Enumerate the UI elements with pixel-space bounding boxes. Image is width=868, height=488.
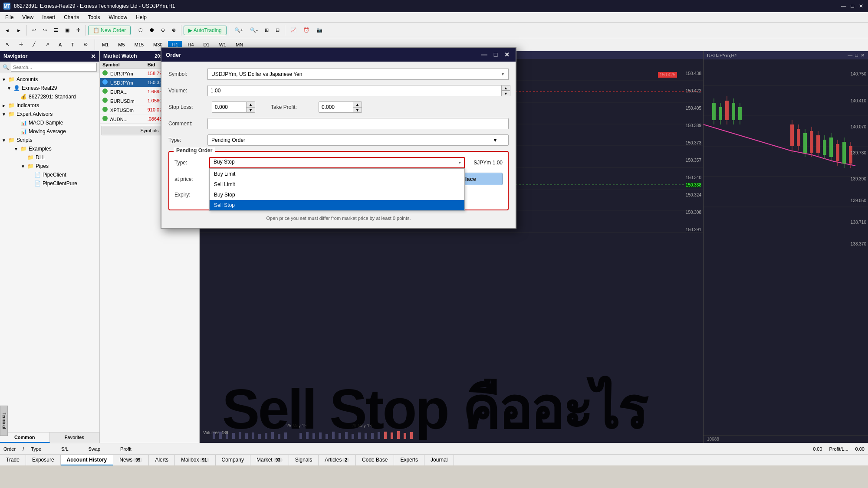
toolbar-redo[interactable]: ↪ [40, 24, 50, 36]
tree-pipeclient[interactable]: 📄 PipeClient [0, 170, 99, 179]
sl-down[interactable]: ▼ [247, 107, 255, 113]
toolbar-back[interactable]: ◄ [2, 24, 13, 36]
bottom-tab-alerts[interactable]: Alerts [149, 455, 175, 465]
tf-crosshair[interactable]: ✛ [15, 39, 27, 51]
exness-arrow[interactable]: ▼ [7, 86, 12, 91]
bottom-tab-signals[interactable]: Signals [289, 455, 319, 465]
tf-m15[interactable]: M15 [131, 41, 148, 49]
tp-input[interactable] [319, 102, 353, 113]
toolbar-forward[interactable]: ► [13, 24, 24, 36]
tp-up[interactable]: ▲ [353, 102, 362, 107]
pipes-arrow[interactable]: ▼ [21, 164, 26, 169]
option-sell-limit[interactable]: Sell Limit [210, 179, 464, 190]
pending-type-btn[interactable]: Buy Stop [209, 157, 465, 168]
dialog-minimize[interactable]: — [480, 50, 489, 59]
toolbar-zoom-out[interactable]: 🔍- [247, 24, 261, 36]
tf-m5[interactable]: M5 [114, 41, 128, 49]
toolbar-undo[interactable]: ↩ [29, 24, 39, 36]
menu-view[interactable]: View [19, 13, 37, 21]
sl-input[interactable] [212, 102, 247, 113]
nav-search-input[interactable] [11, 63, 97, 72]
volume-input[interactable] [207, 85, 502, 96]
ind-arrow[interactable]: ► [2, 103, 7, 108]
bottom-tab-trade[interactable]: Trade [0, 455, 26, 465]
bottom-tab-journal[interactable]: Journal [424, 455, 454, 465]
tf-label[interactable]: T [67, 39, 78, 51]
volume-down[interactable]: ▼ [502, 91, 510, 96]
menu-charts[interactable]: Charts [60, 13, 82, 21]
option-buy-limit[interactable]: Buy Limit [210, 169, 464, 179]
rc-maximize[interactable]: □ [855, 52, 858, 58]
comment-input[interactable] [207, 118, 509, 129]
tree-macd[interactable]: 📊 MACD Sample [0, 118, 99, 127]
toolbar-btn3[interactable]: ⊕ [158, 24, 168, 36]
tree-examples[interactable]: ▼ 📁 Examples [0, 144, 99, 153]
toolbar-clock[interactable]: ⏰ [300, 24, 312, 36]
bottom-tab-account-history[interactable]: Account History [61, 455, 114, 465]
sl-up[interactable]: ▲ [247, 102, 255, 107]
toolbar-chart-window[interactable]: ▣ [62, 24, 72, 36]
tree-scripts[interactable]: ▼ 📁 Scripts [0, 136, 99, 144]
bottom-tab-company[interactable]: Company [216, 455, 250, 465]
tree-ma[interactable]: 📊 Moving Average [0, 127, 99, 136]
toolbar-indicators[interactable]: 📈 [287, 24, 299, 36]
bottom-tab-mailbox[interactable]: Mailbox91 [175, 455, 215, 465]
toolbar-chart-shift[interactable]: ⊞ [262, 24, 272, 36]
menu-tools[interactable]: Tools [85, 13, 104, 21]
symbol-select[interactable]: USDJPYm, US Dollar vs Japanese Yen ▼ [207, 69, 509, 80]
menu-window[interactable]: Window [105, 13, 131, 21]
rc-close[interactable]: ✕ [861, 52, 865, 58]
tree-indicators[interactable]: ► 📁 Indicators [0, 101, 99, 110]
minimize-btn[interactable]: — [840, 3, 847, 10]
menu-insert[interactable]: Insert [39, 13, 59, 21]
right-chart-canvas[interactable]: 140.750 140.410 140.070 139.730 139.390 … [704, 59, 868, 435]
dialog-close[interactable]: ✕ [503, 50, 511, 59]
toolbar-btn1[interactable]: ⬡ [135, 24, 146, 36]
new-order-btn[interactable]: 📋 New Order [88, 26, 131, 35]
tab-favorites[interactable]: Favorites [50, 432, 100, 443]
bottom-tab-articles[interactable]: Articles2 [319, 455, 356, 465]
menu-file[interactable]: File [2, 13, 17, 21]
bottom-tab-experts[interactable]: Experts [394, 455, 424, 465]
volume-up[interactable]: ▲ [502, 85, 510, 91]
tree-accounts[interactable]: ▼ 📁 Accounts [0, 75, 99, 84]
tf-arrow[interactable]: ↗ [41, 39, 53, 51]
accounts-arrow[interactable]: ▼ [2, 77, 7, 82]
toolbar-zoom-in[interactable]: 🔍+ [231, 24, 246, 36]
tf-ellipse[interactable]: ⊙ [80, 39, 92, 51]
close-btn[interactable]: ✕ [858, 3, 865, 10]
toolbar-btn2[interactable]: ⬢ [147, 24, 157, 36]
tree-exness-real29[interactable]: ▼ 👤 Exness-Real29 [0, 84, 99, 92]
tree-pipes[interactable]: ▼ 📁 Pipes [0, 162, 99, 170]
examples-arrow[interactable]: ▼ [14, 147, 19, 151]
type-select[interactable]: Pending Order ▼ [207, 134, 509, 146]
tf-text[interactable]: A [55, 39, 66, 51]
scripts-arrow[interactable]: ▼ [2, 138, 7, 143]
tree-pipeclientpure[interactable]: 📄 PipeClientPure [0, 179, 99, 188]
ea-arrow[interactable]: ▼ [2, 112, 7, 117]
menu-help[interactable]: Help [132, 13, 150, 21]
tf-m1[interactable]: M1 [98, 41, 112, 49]
maximize-btn[interactable]: □ [849, 3, 856, 10]
rc-minimize[interactable]: — [848, 52, 852, 58]
toolbar-profiles[interactable]: ☰ [51, 24, 61, 36]
toolbar-btn4[interactable]: ⊗ [169, 24, 179, 36]
option-sell-stop[interactable]: Sell Stop [210, 200, 464, 210]
tree-experts[interactable]: ▼ 📁 Expert Advisors [0, 110, 99, 118]
bottom-tab-news[interactable]: News99 [113, 455, 149, 465]
terminal-vertical-tab[interactable]: Terminal [0, 406, 8, 436]
navigator-close[interactable]: ✕ [91, 53, 96, 60]
title-bar-controls[interactable]: — □ ✕ [840, 3, 865, 10]
bottom-tab-exposure[interactable]: Exposure [26, 455, 61, 465]
tf-cursor[interactable]: ↖ [2, 39, 13, 51]
autotrading-btn[interactable]: ▶ AutoTrading [184, 26, 227, 35]
toolbar-screenshots[interactable]: 📷 [313, 24, 326, 36]
option-buy-stop[interactable]: Buy Stop [210, 190, 464, 200]
bottom-tab-market[interactable]: Market93 [250, 455, 289, 465]
tf-line[interactable]: ╱ [29, 39, 39, 51]
bottom-tab-code-base[interactable]: Code Base [356, 455, 394, 465]
toolbar-period-sep[interactable]: ⊟ [273, 24, 283, 36]
tp-down[interactable]: ▼ [353, 107, 362, 113]
tree-dll[interactable]: 📁 DLL [0, 153, 99, 162]
toolbar-crosshair[interactable]: ✛ [73, 24, 83, 36]
